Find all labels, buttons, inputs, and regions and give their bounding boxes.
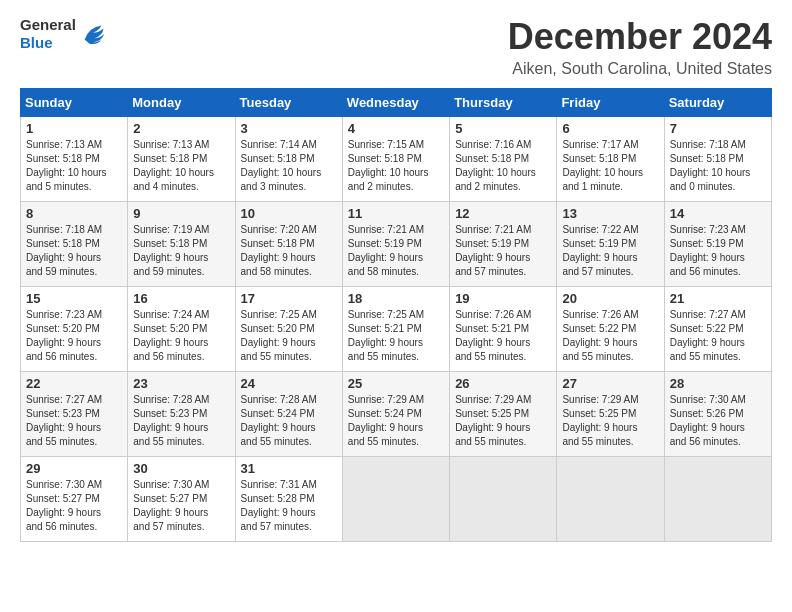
day-number: 6 <box>562 121 658 136</box>
day-number: 7 <box>670 121 766 136</box>
calendar-cell: 30Sunrise: 7:30 AM Sunset: 5:27 PM Dayli… <box>128 457 235 542</box>
day-number: 18 <box>348 291 444 306</box>
calendar-cell: 13Sunrise: 7:22 AM Sunset: 5:19 PM Dayli… <box>557 202 664 287</box>
day-info: Sunrise: 7:28 AM Sunset: 5:24 PM Dayligh… <box>241 393 337 449</box>
day-number: 28 <box>670 376 766 391</box>
day-number: 22 <box>26 376 122 391</box>
calendar-cell: 9Sunrise: 7:19 AM Sunset: 5:18 PM Daylig… <box>128 202 235 287</box>
day-info: Sunrise: 7:16 AM Sunset: 5:18 PM Dayligh… <box>455 138 551 194</box>
day-number: 1 <box>26 121 122 136</box>
day-number: 20 <box>562 291 658 306</box>
calendar-cell: 7Sunrise: 7:18 AM Sunset: 5:18 PM Daylig… <box>664 117 771 202</box>
day-number: 14 <box>670 206 766 221</box>
calendar-cell: 19Sunrise: 7:26 AM Sunset: 5:21 PM Dayli… <box>450 287 557 372</box>
day-number: 17 <box>241 291 337 306</box>
calendar-cell: 14Sunrise: 7:23 AM Sunset: 5:19 PM Dayli… <box>664 202 771 287</box>
calendar-cell: 29Sunrise: 7:30 AM Sunset: 5:27 PM Dayli… <box>21 457 128 542</box>
page-header: General Blue December 2024 Aiken, South … <box>20 16 772 78</box>
day-info: Sunrise: 7:30 AM Sunset: 5:27 PM Dayligh… <box>133 478 229 534</box>
day-info: Sunrise: 7:29 AM Sunset: 5:24 PM Dayligh… <box>348 393 444 449</box>
day-info: Sunrise: 7:24 AM Sunset: 5:20 PM Dayligh… <box>133 308 229 364</box>
day-info: Sunrise: 7:29 AM Sunset: 5:25 PM Dayligh… <box>455 393 551 449</box>
calendar-cell: 21Sunrise: 7:27 AM Sunset: 5:22 PM Dayli… <box>664 287 771 372</box>
calendar-cell: 15Sunrise: 7:23 AM Sunset: 5:20 PM Dayli… <box>21 287 128 372</box>
day-info: Sunrise: 7:20 AM Sunset: 5:18 PM Dayligh… <box>241 223 337 279</box>
calendar-cell <box>450 457 557 542</box>
logo-line2: Blue <box>20 34 76 52</box>
day-number: 15 <box>26 291 122 306</box>
calendar-cell: 3Sunrise: 7:14 AM Sunset: 5:18 PM Daylig… <box>235 117 342 202</box>
calendar-cell: 8Sunrise: 7:18 AM Sunset: 5:18 PM Daylig… <box>21 202 128 287</box>
day-number: 5 <box>455 121 551 136</box>
calendar-cell: 16Sunrise: 7:24 AM Sunset: 5:20 PM Dayli… <box>128 287 235 372</box>
calendar-cell: 2Sunrise: 7:13 AM Sunset: 5:18 PM Daylig… <box>128 117 235 202</box>
day-number: 12 <box>455 206 551 221</box>
calendar-header-thursday: Thursday <box>450 89 557 117</box>
calendar-cell: 1Sunrise: 7:13 AM Sunset: 5:18 PM Daylig… <box>21 117 128 202</box>
day-number: 9 <box>133 206 229 221</box>
day-number: 21 <box>670 291 766 306</box>
day-number: 16 <box>133 291 229 306</box>
day-info: Sunrise: 7:15 AM Sunset: 5:18 PM Dayligh… <box>348 138 444 194</box>
day-info: Sunrise: 7:19 AM Sunset: 5:18 PM Dayligh… <box>133 223 229 279</box>
day-info: Sunrise: 7:28 AM Sunset: 5:23 PM Dayligh… <box>133 393 229 449</box>
logo-bird-icon <box>79 20 107 48</box>
calendar-cell: 28Sunrise: 7:30 AM Sunset: 5:26 PM Dayli… <box>664 372 771 457</box>
day-info: Sunrise: 7:30 AM Sunset: 5:26 PM Dayligh… <box>670 393 766 449</box>
calendar-week-row: 15Sunrise: 7:23 AM Sunset: 5:20 PM Dayli… <box>21 287 772 372</box>
day-number: 25 <box>348 376 444 391</box>
day-info: Sunrise: 7:14 AM Sunset: 5:18 PM Dayligh… <box>241 138 337 194</box>
calendar-week-row: 29Sunrise: 7:30 AM Sunset: 5:27 PM Dayli… <box>21 457 772 542</box>
calendar-cell: 22Sunrise: 7:27 AM Sunset: 5:23 PM Dayli… <box>21 372 128 457</box>
day-info: Sunrise: 7:26 AM Sunset: 5:21 PM Dayligh… <box>455 308 551 364</box>
calendar-week-row: 22Sunrise: 7:27 AM Sunset: 5:23 PM Dayli… <box>21 372 772 457</box>
calendar-header-friday: Friday <box>557 89 664 117</box>
day-info: Sunrise: 7:25 AM Sunset: 5:21 PM Dayligh… <box>348 308 444 364</box>
calendar-header-row: SundayMondayTuesdayWednesdayThursdayFrid… <box>21 89 772 117</box>
day-info: Sunrise: 7:23 AM Sunset: 5:20 PM Dayligh… <box>26 308 122 364</box>
day-info: Sunrise: 7:22 AM Sunset: 5:19 PM Dayligh… <box>562 223 658 279</box>
day-info: Sunrise: 7:21 AM Sunset: 5:19 PM Dayligh… <box>348 223 444 279</box>
calendar-week-row: 8Sunrise: 7:18 AM Sunset: 5:18 PM Daylig… <box>21 202 772 287</box>
calendar-table: SundayMondayTuesdayWednesdayThursdayFrid… <box>20 88 772 542</box>
day-number: 2 <box>133 121 229 136</box>
day-number: 11 <box>348 206 444 221</box>
day-number: 26 <box>455 376 551 391</box>
calendar-cell: 26Sunrise: 7:29 AM Sunset: 5:25 PM Dayli… <box>450 372 557 457</box>
day-info: Sunrise: 7:29 AM Sunset: 5:25 PM Dayligh… <box>562 393 658 449</box>
calendar-cell: 17Sunrise: 7:25 AM Sunset: 5:20 PM Dayli… <box>235 287 342 372</box>
calendar-cell <box>557 457 664 542</box>
calendar-cell: 24Sunrise: 7:28 AM Sunset: 5:24 PM Dayli… <box>235 372 342 457</box>
calendar-cell: 6Sunrise: 7:17 AM Sunset: 5:18 PM Daylig… <box>557 117 664 202</box>
day-info: Sunrise: 7:18 AM Sunset: 5:18 PM Dayligh… <box>670 138 766 194</box>
calendar-header-tuesday: Tuesday <box>235 89 342 117</box>
logo: General Blue <box>20 16 107 52</box>
calendar-cell: 11Sunrise: 7:21 AM Sunset: 5:19 PM Dayli… <box>342 202 449 287</box>
calendar-header-wednesday: Wednesday <box>342 89 449 117</box>
day-number: 10 <box>241 206 337 221</box>
day-info: Sunrise: 7:30 AM Sunset: 5:27 PM Dayligh… <box>26 478 122 534</box>
day-info: Sunrise: 7:25 AM Sunset: 5:20 PM Dayligh… <box>241 308 337 364</box>
calendar-cell: 12Sunrise: 7:21 AM Sunset: 5:19 PM Dayli… <box>450 202 557 287</box>
day-info: Sunrise: 7:26 AM Sunset: 5:22 PM Dayligh… <box>562 308 658 364</box>
day-info: Sunrise: 7:18 AM Sunset: 5:18 PM Dayligh… <box>26 223 122 279</box>
day-number: 13 <box>562 206 658 221</box>
page-title: December 2024 <box>508 16 772 58</box>
calendar-cell: 4Sunrise: 7:15 AM Sunset: 5:18 PM Daylig… <box>342 117 449 202</box>
calendar-cell: 31Sunrise: 7:31 AM Sunset: 5:28 PM Dayli… <box>235 457 342 542</box>
day-number: 27 <box>562 376 658 391</box>
calendar-header-sunday: Sunday <box>21 89 128 117</box>
calendar-cell: 25Sunrise: 7:29 AM Sunset: 5:24 PM Dayli… <box>342 372 449 457</box>
day-number: 4 <box>348 121 444 136</box>
day-number: 3 <box>241 121 337 136</box>
day-info: Sunrise: 7:23 AM Sunset: 5:19 PM Dayligh… <box>670 223 766 279</box>
day-info: Sunrise: 7:21 AM Sunset: 5:19 PM Dayligh… <box>455 223 551 279</box>
calendar-cell: 18Sunrise: 7:25 AM Sunset: 5:21 PM Dayli… <box>342 287 449 372</box>
calendar-cell: 27Sunrise: 7:29 AM Sunset: 5:25 PM Dayli… <box>557 372 664 457</box>
calendar-cell: 23Sunrise: 7:28 AM Sunset: 5:23 PM Dayli… <box>128 372 235 457</box>
calendar-cell <box>664 457 771 542</box>
day-number: 23 <box>133 376 229 391</box>
page-subtitle: Aiken, South Carolina, United States <box>508 60 772 78</box>
day-info: Sunrise: 7:13 AM Sunset: 5:18 PM Dayligh… <box>133 138 229 194</box>
day-number: 24 <box>241 376 337 391</box>
